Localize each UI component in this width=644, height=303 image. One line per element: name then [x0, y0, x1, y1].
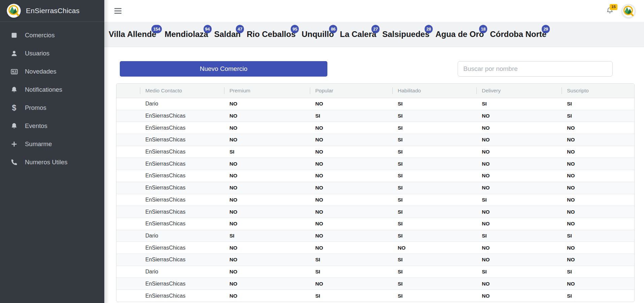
cell-delivery: SI: [476, 101, 562, 107]
tab-villa-allende[interactable]: Villa Allende 154: [109, 22, 162, 47]
tab-count-badge: 154: [151, 25, 162, 33]
cell-popular: NO: [310, 185, 392, 191]
cell-habilitado: SI: [392, 125, 476, 131]
cell-premium: NO: [224, 269, 310, 275]
table-header-row: Medio ContactoPremiumPopularHabilitadoDe…: [116, 84, 634, 98]
table-row[interactable]: EnSierrasChicasNONOSINONO: [116, 170, 634, 182]
cell-habilitado: SI: [392, 149, 476, 155]
cell-suscripto: NO: [562, 173, 634, 179]
sidebar-item-numeros-utiles[interactable]: Numeros Utiles: [0, 153, 104, 171]
sidebar-item-promos[interactable]: $ Promos: [0, 99, 104, 117]
table-row[interactable]: EnSierrasChicasNONOSINONO: [116, 206, 634, 218]
cell-suscripto: SI: [562, 113, 634, 119]
cell-delivery: SI: [476, 233, 562, 239]
table-row[interactable]: EnSierrasChicasNOSISINONO: [116, 254, 634, 266]
cell-popular: NO: [310, 125, 392, 131]
cell-suscripto: NO: [562, 125, 634, 131]
table-row[interactable]: EnSierrasChicasNONOSINONO: [116, 278, 634, 290]
tab-count-badge: 47: [236, 25, 244, 33]
topbar: 15: [104, 0, 644, 22]
cell-habilitado: SI: [392, 137, 476, 143]
cell-delivery: NO: [476, 149, 562, 155]
cell-premium: NO: [224, 185, 310, 191]
cell-medio-contacto: EnSierrasChicas: [140, 185, 224, 191]
tab-count-badge: 94: [204, 25, 212, 33]
cell-delivery: NO: [476, 185, 562, 191]
cell-habilitado: SI: [392, 173, 476, 179]
table-row[interactable]: EnSierrasChicasNONOSINONO: [116, 134, 634, 146]
sidebar-item-usuarios[interactable]: Usuarios: [0, 44, 104, 62]
col-header-premium: Premium: [224, 84, 310, 98]
bell-icon: [10, 122, 19, 130]
table-row[interactable]: EnSierrasChicasNONOSINONO: [116, 122, 634, 134]
col-header-habilitado: Habilitado: [392, 84, 476, 98]
table-body: DarioNONOSISISIEnSierrasChicasNOSISINOSI…: [116, 98, 634, 302]
cell-delivery: NO: [476, 161, 562, 167]
sidebar-item-sumarme[interactable]: Sumarme: [0, 135, 104, 153]
cell-suscripto: SI: [562, 233, 634, 239]
cell-premium: NO: [224, 245, 310, 251]
sidebar-item-notificationes[interactable]: Notificationes: [0, 81, 104, 99]
cell-premium: NO: [224, 221, 310, 227]
cell-medio-contacto: EnSierrasChicas: [140, 209, 224, 215]
cell-medio-contacto: EnSierrasChicas: [140, 149, 224, 155]
table-row[interactable]: DarioNOSISISISI: [116, 266, 634, 278]
tab-count-badge: 27: [371, 25, 380, 33]
notifications-bell-icon[interactable]: 15: [606, 6, 614, 15]
tab-la-calera[interactable]: La Calera 27: [340, 22, 380, 47]
comercios-table: Medio ContactoPremiumPopularHabilitadoDe…: [116, 83, 635, 302]
table-row[interactable]: EnSierrasChicasNONOSINONO: [116, 218, 634, 230]
cell-popular: NO: [310, 197, 392, 203]
sidebar-nav: Comercios Usuarios Novedades Notificatio…: [0, 22, 104, 171]
cell-medio-contacto: Dario: [140, 233, 224, 239]
cell-premium: NO: [224, 161, 310, 167]
col-header-delivery: Delivery: [476, 84, 562, 98]
cell-popular: SI: [310, 269, 392, 275]
col-header-medio-contacto: Medio Contacto: [140, 84, 224, 98]
tab-unquillo[interactable]: Unquillo 86: [301, 22, 337, 47]
hamburger-menu-icon[interactable]: [114, 7, 122, 15]
table-row[interactable]: EnSierrasChicasNOSISINOSI: [116, 290, 634, 302]
tab-cordoba-norte[interactable]: Córdoba Norte 29: [490, 22, 550, 47]
cell-premium: NO: [224, 137, 310, 143]
new-comercio-button[interactable]: Nuevo Comercio: [120, 61, 327, 77]
tab-rio-ceballos[interactable]: Rio Ceballos 95: [247, 22, 299, 47]
cell-delivery: NO: [476, 245, 562, 251]
table-row[interactable]: DarioSINOSISISI: [116, 230, 634, 242]
cell-popular: NO: [310, 281, 392, 287]
user-avatar[interactable]: [622, 4, 635, 18]
tab-count-badge: 86: [329, 25, 337, 33]
table-row[interactable]: EnSierrasChicasNONOSINONO: [116, 182, 634, 194]
table-row[interactable]: EnSierrasChicasNONONONONO: [116, 242, 634, 254]
table-row[interactable]: EnSierrasChicasNOSISINOSI: [116, 110, 634, 122]
cell-suscripto: NO: [562, 185, 634, 191]
cell-habilitado: SI: [392, 185, 476, 191]
dollar-icon: $: [10, 104, 19, 112]
table-row[interactable]: EnSierrasChicasNONOSISINO: [116, 194, 634, 206]
cell-habilitado: SI: [392, 161, 476, 167]
table-row[interactable]: EnSierrasChicasSINOSINONO: [116, 146, 634, 158]
sidebar-item-novedades[interactable]: Novedades: [0, 62, 104, 81]
cell-medio-contacto: EnSierrasChicas: [140, 221, 224, 227]
cell-suscripto: NO: [562, 161, 634, 167]
cell-premium: NO: [224, 197, 310, 203]
tab-mendiolaza[interactable]: Mendiolaza 94: [165, 22, 211, 47]
table-row[interactable]: EnSierrasChicasNONOSINONO: [116, 158, 634, 170]
cell-suscripto: NO: [562, 197, 634, 203]
table-row[interactable]: DarioNONOSISISI: [116, 98, 634, 110]
tab-saldan[interactable]: Saldan 47: [214, 22, 244, 47]
sidebar-item-eventos[interactable]: Eventos: [0, 117, 104, 135]
tab-agua-de-oro[interactable]: Agua de Oro 18: [435, 22, 487, 47]
brand[interactable]: EnSierrasChicas: [0, 0, 104, 22]
cell-medio-contacto: EnSierrasChicas: [140, 113, 224, 119]
cell-popular: NO: [310, 161, 392, 167]
tab-salsipuedes[interactable]: Salsipuedes 28: [382, 22, 433, 47]
col-header-suscripto: Suscripto: [562, 84, 634, 98]
cell-delivery: SI: [476, 269, 562, 275]
sidebar-item-comercios[interactable]: Comercios: [0, 26, 104, 44]
cell-medio-contacto: EnSierrasChicas: [140, 245, 224, 251]
cell-popular: NO: [310, 101, 392, 107]
cell-medio-contacto: EnSierrasChicas: [140, 197, 224, 203]
cell-delivery: NO: [476, 293, 562, 299]
search-input[interactable]: [458, 61, 613, 77]
